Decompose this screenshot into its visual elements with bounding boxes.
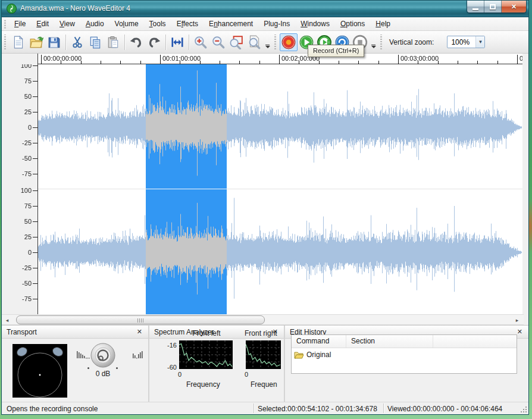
volume-knob-group: 0 dB (73, 341, 148, 401)
volume-knob[interactable] (90, 342, 116, 368)
menu-item-volume[interactable]: Volume (109, 18, 144, 30)
resize-grip-icon[interactable] (520, 406, 527, 413)
fade-out-icon (77, 351, 90, 359)
vertical-zoom-label: Vertical zoom: (389, 38, 434, 46)
spectrum-left-plot (179, 340, 233, 369)
close-icon[interactable]: ✕ (136, 328, 143, 336)
save-button[interactable] (45, 33, 63, 51)
menu-item-enhancement[interactable]: Enhancement (204, 18, 258, 30)
title-bar[interactable]: Amanda.wma - Nero WaveEditor 4 ✕ (2, 1, 528, 17)
dock-panels: Transport ✕ (2, 325, 528, 402)
frequency-label-right: Frequen (251, 380, 277, 389)
column-section[interactable]: Section (346, 335, 433, 348)
history-table: Command Section Original (291, 334, 517, 374)
status-viewed-range: Viewed:00:00:00:000 - 00:04:06:464 (387, 405, 502, 413)
transport-panel: Transport ✕ (2, 326, 148, 402)
toolbar-overflow-button[interactable] (369, 33, 378, 51)
copy-button[interactable] (86, 33, 104, 51)
zoom-document-icon (247, 35, 261, 49)
time-ruler[interactable] (2, 54, 528, 64)
new-document-button[interactable] (10, 33, 27, 51)
edit-history-panel: Edit History ✕ Command Section Original (284, 326, 528, 402)
waveform-canvas[interactable] (37, 64, 522, 314)
toolbar-overflow-button[interactable] (263, 33, 272, 51)
paste-clipboard-icon (107, 36, 120, 49)
maximize-button[interactable] (484, 1, 502, 13)
column-command[interactable]: Command (292, 335, 346, 348)
history-item-label: Original (306, 351, 331, 359)
chevron-down-icon[interactable]: ▼ (475, 36, 484, 48)
spectrum-right-plot (246, 340, 281, 369)
front-left-label: Front left (171, 329, 242, 337)
history-row[interactable]: Original (292, 348, 517, 361)
toolbar-grip-icon[interactable] (4, 35, 7, 50)
time-ruler-canvas[interactable] (37, 54, 522, 64)
menu-item-help[interactable]: Help (370, 18, 396, 30)
spectrum-analyzer-panel: Spectrum Analyzer ✕ Front left Front rig… (148, 326, 284, 402)
zoom-out-icon (211, 35, 226, 49)
toolbar-grip-icon[interactable] (4, 19, 7, 28)
zoom-in-icon (193, 35, 208, 49)
transport-panel-title: Transport (7, 328, 136, 336)
waveform-area (2, 64, 528, 314)
open-folder-icon (29, 36, 43, 49)
toolbar-grip-icon[interactable] (380, 35, 383, 50)
vertical-zoom-select[interactable]: 100% ▼ (447, 36, 485, 48)
app-window: Amanda.wma - Nero WaveEditor 4 ✕ FileEdi… (1, 0, 529, 415)
fit-width-button[interactable] (168, 33, 186, 51)
toolbar-separator (189, 35, 189, 50)
scroll-left-icon[interactable]: ◂ (3, 316, 11, 324)
spectrum-x-zero-left: 0 (178, 371, 181, 378)
menu-item-effects[interactable]: Effects (171, 18, 204, 30)
amplitude-scale (2, 64, 37, 314)
scrollbar-thumb[interactable] (16, 315, 265, 324)
status-message: Opens the recording console (7, 405, 98, 413)
close-button[interactable]: ✕ (502, 1, 526, 13)
knob-min-dot (87, 367, 89, 369)
menu-item-file[interactable]: File (9, 18, 31, 30)
zoom-out-button[interactable] (209, 33, 227, 51)
zoom-selection-button[interactable] (227, 33, 245, 51)
zoom-in-button[interactable] (192, 33, 209, 51)
minimize-button[interactable] (467, 1, 484, 13)
horizontal-scrollbar[interactable]: ◂ ▸ (2, 314, 524, 325)
knob-max-dot (116, 367, 118, 369)
new-document-icon (12, 36, 25, 49)
save-floppy-icon (48, 36, 61, 49)
menu-item-plugins[interactable]: Plug-Ins (258, 18, 295, 30)
transport-panel-header[interactable]: Transport ✕ (2, 326, 148, 339)
menu-items: FileEditViewAudioVolumeToolsEffectsEnhan… (9, 18, 396, 30)
redo-arrow-icon (147, 36, 161, 49)
menu-item-windows[interactable]: Windows (295, 18, 335, 30)
undo-arrow-icon (129, 36, 143, 49)
record-tooltip: Record (Ctrl+R) (308, 45, 364, 57)
status-divider (383, 404, 384, 413)
thumb-grip-icon (137, 318, 143, 323)
paste-button[interactable] (104, 33, 122, 51)
menu-item-edit[interactable]: Edit (31, 18, 54, 30)
scroll-right-icon[interactable]: ▸ (513, 316, 521, 324)
menu-item-view[interactable]: View (54, 18, 80, 30)
redo-button[interactable] (145, 33, 163, 51)
cut-button[interactable] (68, 33, 86, 51)
spectrum-y-bottom-label: -60 (164, 364, 177, 371)
record-button[interactable] (280, 33, 298, 51)
menu-item-tools[interactable]: Tools (144, 18, 171, 30)
toolbar-grip-icon[interactable] (274, 35, 277, 50)
menu-item-options[interactable]: Options (335, 18, 370, 30)
undo-button[interactable] (127, 33, 145, 51)
fade-in-icon (133, 351, 145, 359)
status-divider (254, 404, 254, 413)
spectrum-y-top-label: -16 (164, 342, 177, 349)
spectrum-x-zero-right: 0 (245, 371, 248, 378)
menu-item-audio[interactable]: Audio (80, 18, 109, 30)
volume-db-label: 0 dB (84, 370, 122, 378)
toolbar-separator (65, 35, 66, 50)
toolbar-separator (165, 35, 166, 50)
stereo-field-display[interactable] (12, 344, 67, 398)
window-title: Amanda.wma - Nero WaveEditor 4 (20, 4, 130, 12)
open-file-button[interactable] (27, 33, 45, 51)
front-right-label: Front right (245, 329, 277, 337)
main-toolbar: Vertical zoom: 100% ▼ (2, 31, 528, 54)
zoom-document-button[interactable] (245, 33, 263, 51)
